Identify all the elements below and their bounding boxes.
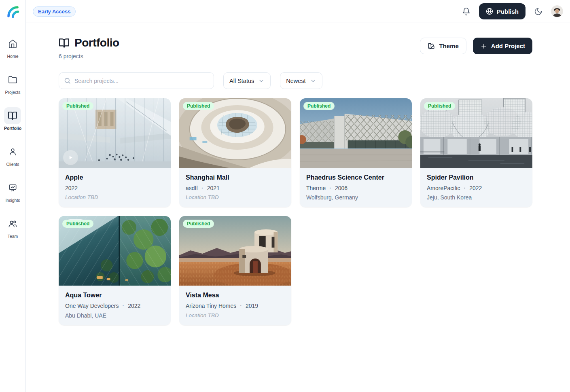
project-thumbnail: Published: [59, 216, 171, 286]
home-icon: [8, 39, 17, 49]
book-open-icon: [59, 38, 70, 49]
project-card-spider-pavilion[interactable]: Published Spider Pavilion AmorePacific 2…: [420, 98, 532, 207]
book-open-icon: [8, 111, 17, 121]
theme-button-label: Theme: [439, 42, 458, 49]
sidebar-nav: Home Projects Portfolio Clients Insights…: [4, 23, 21, 239]
theme-button[interactable]: Theme: [420, 38, 466, 54]
sidebar-item-home[interactable]: Home: [4, 35, 21, 59]
status-badge: Published: [183, 102, 214, 110]
presentation-chart-icon: [8, 183, 17, 193]
project-location: Location TBD: [186, 194, 285, 201]
project-card-aqua-tower[interactable]: Published Aqua Tower One Way Developers …: [59, 216, 171, 325]
project-title: Vista Mesa: [186, 291, 285, 299]
page-title-block: Portfolio 6 projects: [59, 36, 119, 59]
sidebar-item-clients[interactable]: Clients: [4, 143, 21, 167]
project-year: 2022: [128, 302, 140, 309]
sidebar-item-portfolio[interactable]: Portfolio: [4, 107, 21, 131]
project-client: AmorePacific: [427, 184, 460, 192]
project-location: Location TBD: [186, 312, 285, 319]
sidebar-item-label: Projects: [5, 90, 21, 95]
project-grid: Published Apple 2022 Location TBD: [59, 98, 532, 325]
moon-icon: [534, 7, 542, 16]
sort-value: Newest: [286, 78, 305, 84]
sidebar-item-label: Team: [8, 234, 18, 239]
project-client: Arizona Tiny Homes: [186, 302, 236, 309]
project-count: 6 projects: [59, 53, 119, 59]
project-year: 2019: [246, 302, 258, 309]
topbar: Early Access Publish: [26, 0, 570, 23]
status-filter-dropdown[interactable]: All Status: [223, 72, 271, 89]
search-input[interactable]: [59, 72, 214, 89]
project-meta: 2022: [65, 184, 164, 192]
sidebar-item-label: Insights: [5, 198, 20, 203]
meta-separator: [329, 184, 331, 192]
status-badge: Published: [183, 220, 214, 228]
project-meta: Arizona Tiny Homes 2019: [186, 302, 285, 309]
status-badge: Published: [62, 102, 93, 110]
project-thumbnail: Published: [179, 216, 291, 286]
status-badge: Published: [303, 102, 335, 110]
globe-icon: [486, 8, 493, 15]
avatar-photo: [551, 6, 563, 17]
project-client: Therme: [306, 184, 326, 192]
dark-mode-toggle[interactable]: [532, 6, 544, 17]
project-card-shanghai-mall[interactable]: Published Shanghai Mall asdff 2021 Locat…: [179, 98, 291, 207]
project-title: Shanghai Mall: [186, 174, 285, 182]
page-header: Portfolio 6 projects Theme Add Project: [59, 36, 532, 59]
plus-icon: [480, 42, 487, 50]
search-box: [59, 72, 214, 89]
sidebar: Home Projects Portfolio Clients Insights…: [0, 0, 26, 392]
project-year: 2021: [207, 184, 220, 192]
project-title: Spider Pavilion: [427, 174, 526, 182]
status-filter-value: All Status: [229, 78, 254, 84]
meta-separator: [123, 302, 125, 309]
project-thumbnail: Published: [59, 98, 171, 168]
project-card-phaedrus-science-center[interactable]: Published Phaedrus Science Center Therme…: [300, 98, 412, 207]
project-card-apple[interactable]: Published Apple 2022 Location TBD: [59, 98, 171, 207]
sidebar-item-label: Portfolio: [4, 126, 21, 131]
sidebar-item-label: Home: [7, 54, 18, 59]
project-card-vista-mesa[interactable]: Published Vista Mesa Arizona Tiny Homes …: [179, 216, 291, 325]
publish-button[interactable]: Publish: [479, 3, 526, 19]
play-button[interactable]: [63, 150, 78, 165]
meta-separator: [240, 302, 242, 309]
project-card-body: Phaedrus Science Center Therme 2006 Wolf…: [300, 168, 412, 207]
sidebar-item-label: Clients: [6, 162, 19, 167]
users-icon: [8, 219, 17, 229]
brand-logo-icon: [6, 5, 19, 18]
main-area: Early Access Publish: [26, 0, 570, 392]
user-icon: [8, 147, 17, 157]
user-avatar[interactable]: [551, 5, 563, 17]
status-badge: Published: [62, 220, 93, 228]
add-project-button-label: Add Project: [491, 42, 525, 49]
project-location: Jeju, South Korea: [427, 194, 526, 201]
project-thumbnail: Published: [300, 98, 412, 168]
early-access-badge[interactable]: Early Access: [33, 6, 76, 17]
app-window: Home Projects Portfolio Clients Insights…: [0, 0, 570, 392]
project-year: 2022: [65, 184, 78, 192]
project-card-body: Shanghai Mall asdff 2021 Location TBD: [179, 168, 291, 207]
chevron-down-icon: [310, 78, 316, 84]
status-badge: Published: [424, 102, 455, 110]
sidebar-item-insights[interactable]: Insights: [4, 179, 21, 203]
project-meta: One Way Developers 2022: [65, 302, 164, 309]
meta-separator: [464, 184, 466, 192]
project-client: asdff: [186, 184, 198, 192]
header-actions: Theme Add Project: [420, 38, 532, 54]
search-icon: [64, 77, 71, 84]
project-thumbnail: Published: [179, 98, 291, 168]
add-project-button[interactable]: Add Project: [473, 38, 532, 54]
project-card-body: Spider Pavilion AmorePacific 2022 Jeju, …: [420, 168, 532, 207]
bell-icon: [462, 7, 470, 16]
project-title: Apple: [65, 174, 164, 182]
project-year: 2022: [469, 184, 482, 192]
sort-dropdown[interactable]: Newest: [280, 72, 322, 89]
sidebar-item-team[interactable]: Team: [4, 215, 21, 239]
notifications-button[interactable]: [460, 6, 472, 17]
chevron-down-icon: [258, 78, 265, 84]
app-logo[interactable]: [0, 0, 25, 23]
page-title: Portfolio: [74, 36, 119, 49]
portfolio-page: Portfolio 6 projects Theme Add Project: [26, 23, 570, 325]
sidebar-item-projects[interactable]: Projects: [4, 71, 21, 95]
project-location: Location TBD: [65, 194, 164, 201]
